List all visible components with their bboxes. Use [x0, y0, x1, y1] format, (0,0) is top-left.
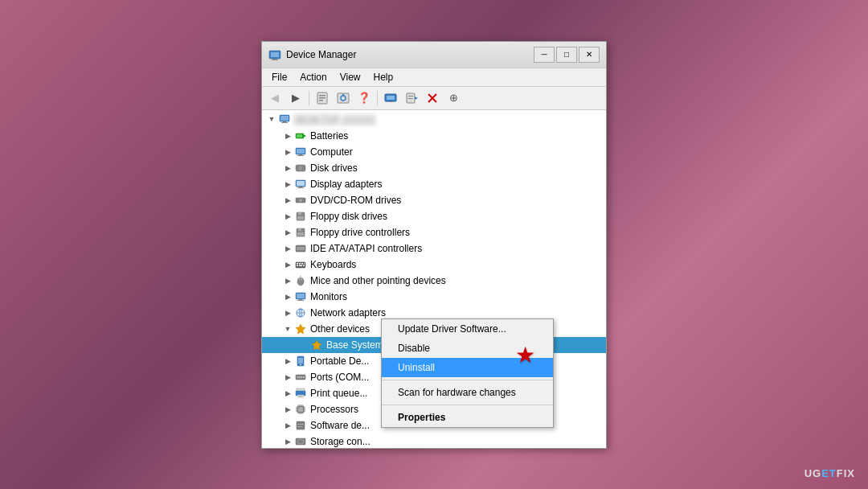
- ide-label: IDE ATA/ATAPI controllers: [310, 243, 422, 254]
- svg-rect-63: [299, 299, 302, 300]
- other-label: Other devices: [310, 323, 370, 335]
- tree-item-disk[interactable]: ▶ Disk drives: [262, 160, 606, 176]
- svg-rect-30: [297, 155, 304, 156]
- svg-rect-72: [298, 358, 303, 364]
- tree-item-floppy-ctrl[interactable]: ▶ Floppy drive controllers: [262, 224, 606, 240]
- svg-rect-16: [408, 98, 413, 99]
- svg-rect-54: [297, 265, 298, 266]
- svg-rect-99: [297, 426, 302, 427]
- display-icon: [294, 178, 307, 191]
- menu-action[interactable]: Action: [293, 70, 333, 84]
- tree-item-dvd[interactable]: ▶ DVD/CD-ROM drives: [262, 192, 606, 208]
- tree-item-computer[interactable]: ▶ Computer: [262, 144, 606, 160]
- svg-point-73: [300, 364, 301, 365]
- portable-label: Portable De...: [310, 355, 369, 367]
- disk-expand-icon: ▶: [281, 162, 294, 175]
- display-label: Display adapters: [310, 179, 382, 190]
- ctx-disable[interactable]: Disable: [382, 339, 553, 358]
- tree-item-storage[interactable]: ▶ Storage con...: [262, 434, 606, 448]
- ctx-properties[interactable]: Properties: [382, 408, 553, 427]
- svg-rect-10: [342, 94, 344, 96]
- svg-marker-69: [296, 324, 305, 334]
- batteries-icon: [294, 129, 307, 142]
- svg-rect-29: [299, 154, 302, 155]
- tree-item-keyboard[interactable]: ▶ Keyboards: [262, 257, 606, 273]
- svg-rect-3: [272, 60, 278, 60]
- svg-rect-21: [280, 116, 289, 121]
- tree-item-batteries[interactable]: ▶ Batteries: [262, 128, 606, 144]
- context-menu: Update Driver Software... Disable Uninst…: [381, 318, 554, 428]
- svg-rect-55: [299, 265, 302, 266]
- keyboard-icon: [294, 258, 307, 271]
- monitors-icon: [294, 290, 307, 303]
- display-expand-icon: ▶: [281, 178, 294, 191]
- menu-file[interactable]: File: [265, 70, 293, 84]
- svg-rect-15: [408, 96, 413, 97]
- print-icon: [294, 387, 307, 400]
- window-icon: [268, 48, 281, 61]
- properties-button[interactable]: [313, 89, 332, 107]
- ctx-scan-changes[interactable]: Scan for hardware changes: [382, 383, 553, 402]
- maximize-button[interactable]: □: [556, 47, 577, 63]
- ide-expand-icon: ▶: [281, 242, 294, 255]
- toolbar-separator-1: [309, 91, 309, 105]
- device-tree: ▼ DESKTOP-XXXXX ▶ Ba: [262, 110, 606, 448]
- ctx-separator: [382, 380, 553, 380]
- storage-expand-icon: ▶: [281, 435, 294, 448]
- svg-rect-12: [387, 96, 395, 100]
- svg-rect-36: [299, 187, 302, 187]
- ctx-update-driver[interactable]: Update Driver Software...: [382, 319, 553, 339]
- svg-rect-64: [297, 300, 304, 301]
- root-node[interactable]: ▼ DESKTOP-XXXXX: [262, 110, 606, 128]
- display-button[interactable]: [381, 89, 400, 107]
- svg-point-40: [300, 199, 301, 200]
- svg-rect-48: [297, 247, 305, 250]
- help-button[interactable]: ❓: [354, 89, 374, 107]
- computer-icon: [294, 146, 307, 158]
- tree-item-display[interactable]: ▶ Display adapters: [262, 176, 606, 192]
- keyboard-expand-icon: ▶: [281, 258, 294, 271]
- tree-item-monitors[interactable]: ▶ Monitors: [262, 289, 606, 305]
- batteries-expand-icon: ▶: [281, 129, 294, 142]
- ide-icon: [294, 242, 307, 255]
- dvd-icon: [294, 194, 307, 207]
- ctx-uninstall[interactable]: Uninstall: [382, 358, 553, 377]
- scan-changes-button[interactable]: [334, 89, 353, 107]
- software-expand-icon: ▶: [281, 419, 294, 432]
- root-label: DESKTOP-XXXXX: [294, 113, 375, 125]
- svg-rect-56: [303, 265, 305, 266]
- network-icon: [294, 306, 307, 319]
- add-hardware-button[interactable]: ⊕: [444, 89, 463, 107]
- forward-button[interactable]: ▶: [286, 89, 305, 107]
- svg-rect-35: [297, 181, 305, 186]
- svg-rect-46: [297, 232, 304, 236]
- minimize-button[interactable]: ─: [534, 47, 555, 63]
- root-expand-icon: ▼: [265, 113, 278, 125]
- update-driver-button[interactable]: [402, 89, 421, 107]
- tree-item-ide[interactable]: ▶ IDE ATA/ATAPI controllers: [262, 240, 606, 257]
- menu-view[interactable]: View: [334, 70, 367, 84]
- svg-marker-70: [312, 340, 321, 350]
- uninstall-button[interactable]: [423, 89, 442, 107]
- svg-rect-22: [283, 121, 286, 122]
- svg-rect-98: [297, 424, 304, 425]
- watermark: UGETFIX: [805, 467, 855, 479]
- svg-rect-42: [298, 212, 301, 215]
- mice-expand-icon: ▶: [281, 274, 294, 287]
- back-button[interactable]: ◀: [265, 89, 285, 107]
- computer-expand-icon: ▶: [281, 146, 294, 158]
- close-button[interactable]: ✕: [579, 47, 600, 63]
- monitors-label: Monitors: [310, 291, 347, 302]
- svg-rect-2: [272, 59, 277, 60]
- tree-item-mice[interactable]: ▶ Mice and other pointing devices: [262, 273, 606, 289]
- svg-rect-13: [389, 101, 392, 102]
- floppy-ctrl-expand-icon: ▶: [281, 226, 294, 239]
- tree-item-floppy[interactable]: ▶ Floppy disk drives: [262, 208, 606, 224]
- svg-rect-7: [319, 100, 323, 101]
- menu-help[interactable]: Help: [367, 70, 400, 84]
- dvd-label: DVD/CD-ROM drives: [310, 195, 401, 206]
- floppy-expand-icon: ▶: [281, 210, 294, 223]
- svg-rect-53: [304, 263, 305, 265]
- svg-rect-37: [297, 187, 304, 188]
- svg-rect-5: [319, 95, 326, 97]
